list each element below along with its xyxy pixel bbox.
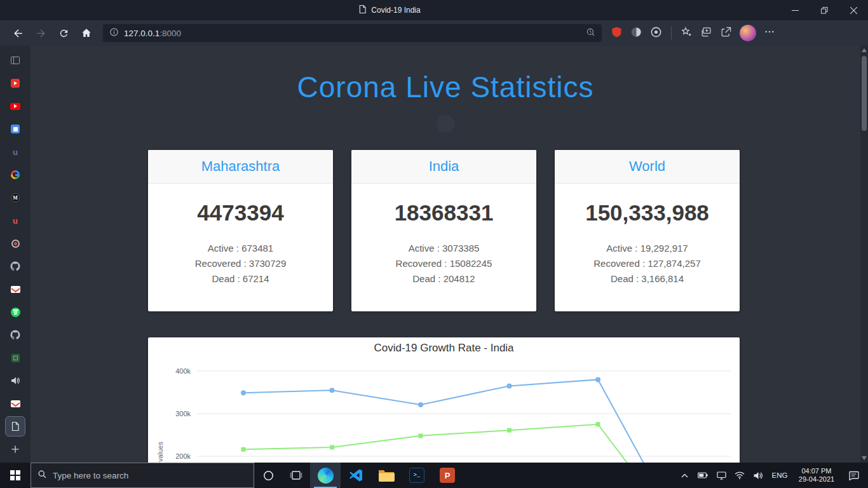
tab-github-icon[interactable] [5,256,25,276]
browser-toolbar: 127.0.0.1:8000 [0,20,868,46]
back-button[interactable] [6,23,29,43]
search-input[interactable] [53,471,247,480]
active-stat: Active : 3073385 [351,241,536,256]
toolbar-divider [671,27,672,39]
pc-network-icon[interactable] [714,463,729,488]
tab-youtube-app-icon[interactable] [5,73,25,93]
address-bar-trailing-icon[interactable] [586,27,595,39]
y-tick-label: 300k [175,410,191,417]
taskbar-clock[interactable]: 04:07 PM 29-04-2021 [794,467,839,484]
total-count: 150,333,988 [555,200,740,226]
wifi-icon[interactable] [732,463,747,488]
taskbar-terminal-button[interactable]: >_ [402,463,432,488]
card-india: India 18368331 Active : 3073385 Recovere… [351,150,536,311]
tab-blue-app-icon[interactable] [5,119,25,139]
url-host: 127.0.0.1 [124,29,159,38]
scrollbar-thumb[interactable] [862,56,867,131]
tab-medium-icon[interactable]: M [5,187,25,208]
language-indicator[interactable]: ENG [769,471,790,479]
share-icon[interactable] [720,26,732,41]
search-icon [37,470,47,482]
battery-icon[interactable] [695,463,710,488]
taskbar-vscode-button[interactable] [341,463,371,488]
tab-youtube-icon[interactable] [5,96,25,116]
ublock-extension-icon[interactable] [611,26,623,41]
tab-covid-page-active[interactable] [5,416,25,437]
scrollbar-down-arrow[interactable] [860,454,868,463]
darkreader-extension-icon[interactable] [630,26,642,41]
tab-sheets-green-icon[interactable] [5,348,25,368]
address-bar[interactable]: 127.0.0.1:8000 [103,24,602,42]
tab-target-icon[interactable] [5,233,25,254]
page-title: Corona Live Statistics [31,70,860,104]
tab-gmail-2-icon[interactable] [5,393,25,414]
page-scrollbar[interactable] [860,46,868,463]
url-text: 127.0.0.1:8000 [124,27,181,39]
tab-udemy-inactive-icon[interactable]: u [5,142,25,162]
tab-gmail-icon[interactable] [5,279,25,299]
home-button[interactable] [75,23,98,43]
start-button[interactable] [0,463,31,488]
stats-cards-row: Maharashtra 4473394 Active : 673481 Reco… [148,150,740,311]
settings-menu-icon[interactable] [764,26,775,40]
card-title: India [351,150,536,184]
tab-udemy-icon[interactable]: u [5,210,25,231]
clock-time: 04:07 PM [794,467,839,475]
growth-rate-chart-card: Covid-19 Growth Rate - India 400k300k200… [148,337,740,463]
restore-button[interactable] [810,0,839,20]
collections-icon[interactable] [700,26,712,41]
clock-date: 29-04-2021 [794,475,839,484]
tab-title: Covid-19 India [371,6,420,15]
card-world: World 150,333,988 Active : 19,292,917 Re… [555,150,740,311]
windows-taskbar: >_ P ENG 04:07 PM 29-04-2021 [0,463,868,488]
y-tick-label: 200k [175,452,191,460]
refresh-button[interactable] [52,23,75,43]
cortana-button[interactable] [254,463,282,488]
profile-avatar[interactable] [740,25,756,41]
forward-button[interactable] [29,23,52,43]
tab-music-green-icon[interactable] [5,302,25,322]
y-tick-label: 400k [175,367,191,375]
folder-icon [378,468,395,482]
active-stat: Active : 673481 [148,241,333,256]
windows-logo-icon [10,470,20,480]
total-count: 4473394 [148,200,333,226]
series-1-blue-point [418,402,423,407]
vertical-tabs-sidebar: uMu [0,46,31,463]
url-port: :8000 [159,29,181,38]
series-2-green-point [241,447,246,452]
site-info-icon[interactable] [109,27,119,39]
favorites-icon[interactable] [681,26,693,41]
dead-stat: Dead : 3,166,814 [555,271,740,287]
close-button[interactable] [839,0,868,20]
powerpoint-icon: P [440,468,455,483]
minimize-button[interactable] [780,0,810,20]
browser-titlebar: Covid-19 India [0,0,868,20]
series-1-blue-point [330,388,335,393]
recovered-stat: Recovered : 15082245 [351,256,536,271]
taskbar-file-explorer-button[interactable] [371,463,402,488]
new-tab-button[interactable] [5,439,25,459]
series-1-blue-point [241,390,246,395]
tab-audio-playing-icon[interactable] [5,370,25,391]
tray-chevron-up-icon[interactable] [677,463,692,488]
taskbar-powerpoint-button[interactable]: P [432,463,463,488]
vertical-tabs-toggle[interactable] [5,50,25,71]
series-1-blue-point [595,377,600,382]
task-view-button[interactable] [282,463,310,488]
series-2-green-point [419,433,423,438]
volume-icon[interactable] [750,463,766,488]
tab-google-icon[interactable] [5,165,25,185]
taskbar-search-box[interactable] [31,463,254,488]
y-axis-title: values [156,442,164,462]
extension-icon[interactable] [650,26,662,41]
page-viewport: Corona Live Statistics Maharashtra 44733… [31,46,860,463]
taskbar-edge-button[interactable] [310,463,341,488]
scrollbar-up-arrow[interactable] [860,46,868,55]
terminal-icon: >_ [409,468,424,483]
vscode-icon [348,468,363,483]
active-stat: Active : 19,292,917 [555,241,740,256]
tab-github-2-icon[interactable] [5,325,25,345]
edge-icon [318,468,334,484]
action-center-icon[interactable] [843,463,864,488]
